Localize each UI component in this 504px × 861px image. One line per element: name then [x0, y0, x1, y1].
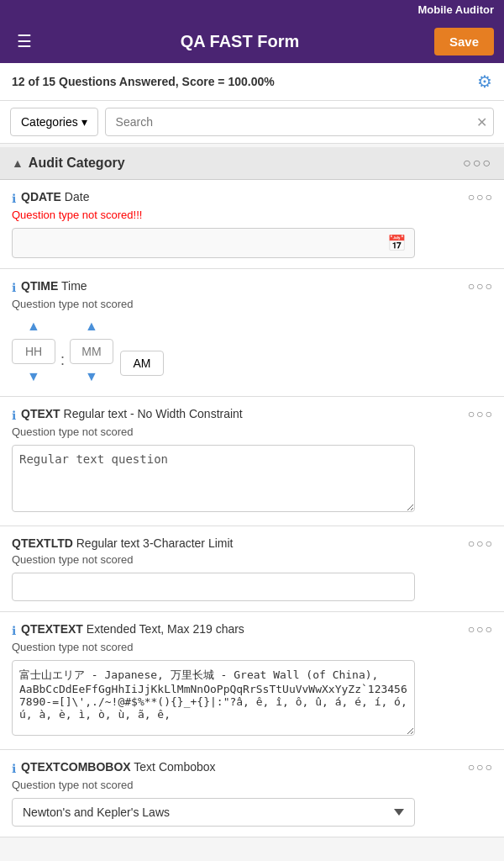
hour-up-button[interactable]: ▲	[25, 317, 42, 335]
question-header-qtext: ℹ QTEXT Regular text - No Width Constrai…	[12, 407, 450, 422]
minute-down-button[interactable]: ▼	[83, 367, 100, 386]
category-section-header: ▲ Audit Category ○○○	[0, 147, 504, 180]
hamburger-button[interactable]: ☰	[10, 28, 39, 55]
question-qdate: ℹ QDATE Date Question type not scored!!!…	[0, 180, 504, 269]
qtextcombobox-options-dots[interactable]: ○○○	[468, 760, 494, 774]
info-icon-qtext[interactable]: ℹ	[12, 409, 16, 422]
question-qtime: ℹ QTIME Time Question type not scored ▲ …	[0, 269, 504, 397]
app-header: Mobile Auditor	[0, 0, 504, 19]
minute-up-button[interactable]: ▲	[83, 317, 100, 335]
question-score-qdate: Question type not scored!!!	[12, 209, 450, 221]
hour-down-button[interactable]: ▼	[25, 367, 42, 386]
hour-input[interactable]	[12, 339, 55, 364]
question-qtext: ℹ QTEXT Regular text - No Width Constrai…	[0, 397, 504, 526]
question-score-qtextltd: Question type not scored	[12, 553, 450, 566]
question-header-qtime: ℹ QTIME Time	[12, 279, 450, 294]
question-header-qtextext: ℹ QTEXTEXT Extended Text, Max 219 chars	[12, 622, 450, 637]
calendar-icon[interactable]: 📅	[387, 234, 406, 252]
score-text: 12 of 15 Questions Answered, Score = 100…	[12, 75, 275, 88]
question-score-qtextcombobox: Question type not scored	[12, 779, 450, 791]
gear-icon[interactable]: ⚙	[477, 71, 492, 92]
question-score-qtext: Question type not scored	[12, 425, 450, 438]
main-header: ☰ QA FAST Form Save	[0, 19, 504, 63]
search-container: ✕	[105, 108, 494, 136]
question-key-qtextext: QTEXTEXT	[21, 622, 83, 636]
qtextext-textarea[interactable]: 富士山エリア - Japanese, 万里长城 - Great Wall (of…	[12, 660, 415, 736]
app-title: Mobile Auditor	[417, 3, 494, 16]
time-ampm-column: AM	[120, 351, 164, 376]
qtextcombobox-select[interactable]: Newton's and Kepler's Laws Option 2 Opti…	[12, 798, 415, 827]
search-clear-button[interactable]: ✕	[476, 114, 487, 130]
qtext-textarea[interactable]: Regular text question	[12, 445, 415, 512]
question-key-qtextcombobox: QTEXTCOMBOBOX	[21, 760, 131, 774]
question-key-qdate: QDATE	[21, 190, 61, 203]
question-qtextltd: QTEXTLTD Regular text 3-Character Limit …	[0, 526, 504, 612]
time-minute-column: ▲ ▼	[70, 317, 113, 386]
chevron-up-icon[interactable]: ▲	[12, 156, 24, 170]
question-key-qtextltd: QTEXTLTD	[12, 536, 73, 550]
question-qtextext: ℹ QTEXTEXT Extended Text, Max 219 chars …	[0, 612, 504, 750]
ampm-display[interactable]: AM	[120, 351, 164, 376]
question-key-qtext: QTEXT	[21, 407, 60, 420]
qtextext-options-dots[interactable]: ○○○	[468, 622, 494, 636]
main-title: QA FAST Form	[45, 32, 434, 51]
qtext-options-dots[interactable]: ○○○	[468, 407, 494, 420]
question-score-qtime: Question type not scored	[12, 298, 450, 310]
question-key-qtime: QTIME	[21, 279, 58, 293]
filter-row: Categories ▾ ✕	[0, 101, 504, 144]
date-input-container: 📅	[12, 228, 415, 258]
qtextltd-input[interactable]: ab3	[12, 573, 415, 601]
time-hour-column: ▲ ▼	[12, 317, 55, 386]
category-title: ▲ Audit Category	[12, 156, 125, 171]
question-qtextcombobox: ℹ QTEXTCOMBOBOX Text Combobox Question t…	[0, 750, 504, 837]
categories-button[interactable]: Categories ▾	[10, 108, 98, 136]
question-score-qtextext: Question type not scored	[12, 641, 450, 653]
save-button[interactable]: Save	[434, 28, 494, 55]
qtime-options-dots[interactable]: ○○○	[468, 279, 494, 293]
info-icon-qtime[interactable]: ℹ	[12, 281, 16, 294]
time-input-container: ▲ ▼ : ▲ ▼ AM	[12, 317, 450, 386]
category-options-dots[interactable]: ○○○	[463, 156, 492, 171]
question-header-qdate: ℹ QDATE Date	[12, 190, 450, 205]
question-header-qtextltd: QTEXTLTD Regular text 3-Character Limit	[12, 536, 450, 550]
score-bar: 12 of 15 Questions Answered, Score = 100…	[0, 63, 504, 101]
info-icon-qdate[interactable]: ℹ	[12, 192, 16, 205]
qtextltd-options-dots[interactable]: ○○○	[468, 536, 494, 550]
info-icon-qtextext[interactable]: ℹ	[12, 624, 16, 637]
search-input[interactable]	[105, 108, 494, 136]
date-input[interactable]	[21, 236, 387, 250]
qdate-options-dots[interactable]: ○○○	[468, 190, 494, 203]
question-header-qtextcombobox: ℹ QTEXTCOMBOBOX Text Combobox	[12, 760, 450, 775]
info-icon-qtextcombobox[interactable]: ℹ	[12, 762, 16, 775]
minute-input[interactable]	[70, 339, 113, 364]
time-colon-separator: :	[59, 351, 66, 369]
